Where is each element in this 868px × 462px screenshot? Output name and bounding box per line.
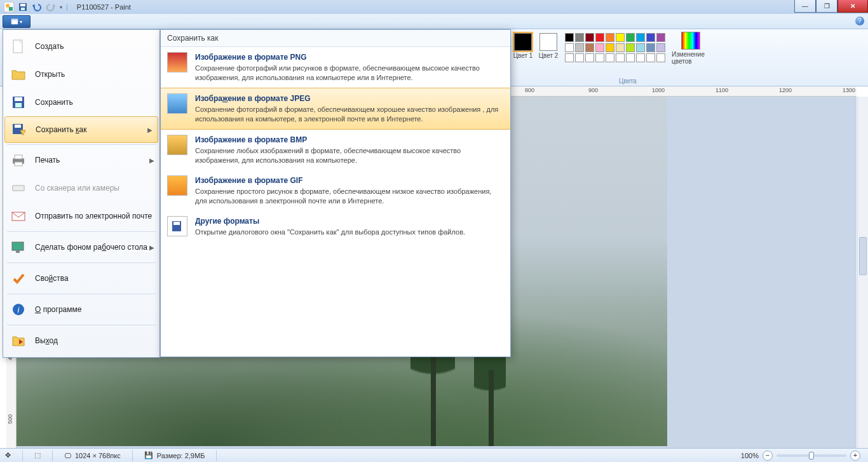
palette-color[interactable] [606,43,614,52]
palette-color[interactable] [565,53,574,62]
menu-separator [7,325,156,325]
edit-colors-button[interactable]: Изменение цветов [672,32,710,65]
submenu-arrow-icon: ▶ [149,244,154,251]
palette-color[interactable] [616,33,625,42]
zoom-slider-thumb[interactable] [809,452,814,459]
scrollbar-thumb[interactable] [859,237,867,275]
menu-item-scanner: Со сканера или камеры [3,174,159,202]
palette-color[interactable] [575,53,584,62]
zoom-level: 100% [741,452,759,459]
help-icon[interactable]: ? [855,17,864,25]
palette-color[interactable] [656,43,665,52]
palette-color[interactable] [585,33,594,42]
zoom-in-button[interactable]: + [850,451,860,461]
selection-size: ⬚ [29,451,46,459]
desktop-icon [8,238,29,256]
zoom-out-button[interactable]: − [763,451,773,461]
menu-separator [7,294,156,294]
menu-item-create[interactable]: Создать [3,32,159,60]
palette-color[interactable] [626,43,635,52]
palette-color[interactable] [595,43,604,52]
save-as-other[interactable]: Другие форматыОткрытие диалогового окна … [161,211,510,242]
svg-rect-18 [13,186,24,190]
menu-item-about[interactable]: i О программе [3,296,159,323]
palette-color[interactable] [575,33,584,42]
palette-color[interactable] [606,33,614,42]
palette-color[interactable] [656,53,665,62]
save-as-gif[interactable]: Изображение в формате GIFСохранение прос… [161,170,510,211]
undo-icon[interactable] [32,2,42,12]
paint-app-icon [4,2,14,12]
file-size: 💾Размер: 2,9МБ [139,451,210,459]
scanner-icon [8,179,29,197]
title-bar: ▾ | P1100527 - Paint — ❐ ✕ [0,0,868,14]
palette-color[interactable] [565,33,574,42]
open-folder-icon [8,65,29,83]
dimensions-icon: 🖵 [64,452,71,459]
jpeg-icon [167,93,187,114]
window-controls: — ❐ ✕ [794,0,868,13]
info-icon: i [8,301,29,318]
redo-icon[interactable] [46,2,56,12]
save-disk-icon [8,93,29,111]
bmp-icon [167,135,187,155]
save-icon[interactable] [18,2,28,12]
file-tab[interactable]: ▾ [3,15,31,28]
save-as-jpeg[interactable]: Изображение в формате JPEGСохранение фот… [161,88,510,130]
status-bar: ✥ ⬚ 🖵1024 × 768пкс 💾Размер: 2,9МБ 100% −… [0,448,868,462]
palette-color[interactable] [606,53,614,62]
zoom-control: 100% − + [741,451,868,461]
palette-color[interactable] [585,43,594,52]
palette-color[interactable] [636,43,645,52]
color1-swatch[interactable] [514,33,532,51]
palette-color[interactable] [656,33,665,42]
palette-color[interactable] [646,33,655,42]
zoom-slider[interactable] [776,454,846,457]
crosshair-icon: ✥ [5,451,11,459]
palette-color[interactable] [575,43,584,52]
menu-item-exit[interactable]: Выход [3,327,159,355]
palette-color[interactable] [626,33,635,42]
svg-rect-2 [9,7,13,11]
edit-colors-label: Изменение цветов [672,51,710,65]
color1-label: Цвет 1 [513,52,533,59]
palette-color[interactable] [616,43,625,52]
palette-color[interactable] [565,43,574,52]
palette-color[interactable] [636,53,645,62]
rainbow-icon [681,32,700,50]
palette-color[interactable] [585,53,594,62]
svg-rect-25 [173,222,180,225]
maximize-button[interactable]: ❐ [816,0,837,13]
ribbon-tabstrip: ▾ ? [0,14,868,29]
palette-color[interactable] [646,53,655,62]
menu-separator [7,144,156,145]
close-button[interactable]: ✕ [837,0,868,13]
menu-item-open[interactable]: Открыть [3,60,159,88]
colors-group-label: Цвета [510,78,745,85]
svg-rect-11 [15,103,22,107]
email-icon [8,207,29,225]
palette-color[interactable] [595,53,604,62]
save-as-bmp[interactable]: Изображение в формате BMPСохранение любы… [161,130,510,170]
quick-access-toolbar: ▾ | [0,2,72,12]
minimize-button[interactable]: — [794,0,816,13]
disk-icon: 💾 [144,451,153,459]
palette-color[interactable] [595,33,604,42]
save-as-png[interactable]: Изображение в формате PNGСохранение фото… [161,47,510,88]
palette-color[interactable] [616,53,625,62]
color2-swatch[interactable] [539,33,557,51]
menu-item-email[interactable]: Отправить по электронной почте [3,202,159,230]
palette-color[interactable] [626,53,635,62]
selection-icon: ⬚ [34,451,41,459]
menu-item-wallpaper[interactable]: Сделать фоном рабочего стола ▶ [3,233,159,261]
exit-icon [8,332,29,350]
menu-item-save[interactable]: Сохранить [3,88,159,116]
menu-item-save-as[interactable]: Сохранить как ▶ [4,116,158,143]
menu-item-print[interactable]: Печать ▶ [3,146,159,174]
color-palette [565,33,665,62]
menu-item-properties[interactable]: Свойства [3,264,159,292]
vertical-scrollbar[interactable] [857,97,868,448]
palette-color[interactable] [646,43,655,52]
palette-color[interactable] [636,33,645,42]
qat-dropdown-icon[interactable]: ▾ [60,4,62,10]
